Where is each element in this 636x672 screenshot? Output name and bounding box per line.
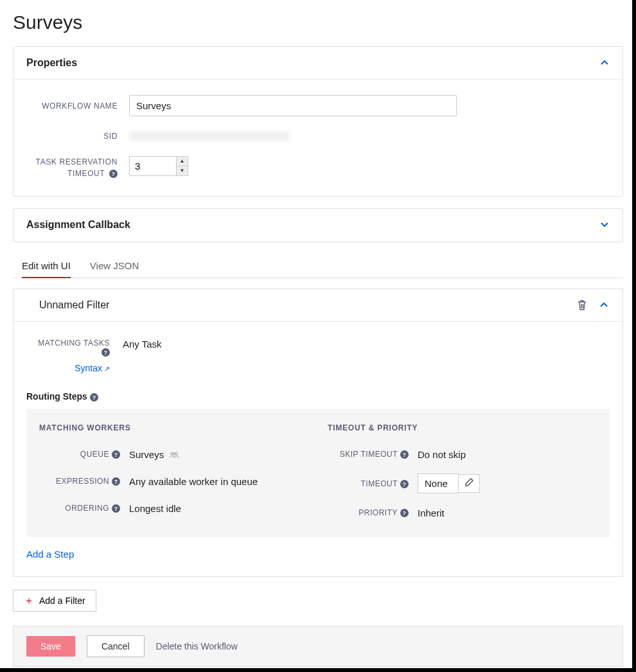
tab-edit-with-ui[interactable]: Edit with UI [22, 260, 71, 278]
priority-value: Inherit [418, 508, 445, 518]
queue-value: Surveys [129, 449, 164, 460]
assignment-callback-header[interactable]: Assignment Callback [13, 209, 623, 242]
trash-icon[interactable] [576, 299, 588, 311]
svg-text:?: ? [403, 481, 407, 487]
help-icon[interactable]: ? [112, 477, 120, 486]
plus-icon: ＋ [24, 596, 34, 606]
timeout-value: None [418, 473, 459, 493]
svg-text:?: ? [403, 510, 407, 517]
chevron-down-icon [599, 220, 610, 230]
page-title: Surveys [13, 12, 623, 33]
workflow-name-label: WORKFLOW NAME [26, 100, 129, 112]
help-icon[interactable]: ? [400, 479, 409, 488]
svg-text:?: ? [114, 506, 118, 512]
footer-bar: Save Cancel Delete this Workflow [13, 626, 623, 667]
syntax-link[interactable]: Syntax↗ [75, 363, 110, 373]
stepper-up-button[interactable]: ▲ [177, 157, 188, 166]
timeout-label: TIMEOUT ? [328, 479, 418, 488]
cancel-button[interactable]: Cancel [87, 635, 145, 657]
routing-step: MATCHING WORKERS QUEUE ? Surveys [26, 409, 610, 537]
external-link-icon: ↗ [104, 365, 110, 373]
svg-point-8 [171, 452, 173, 455]
task-reservation-timeout-stepper[interactable]: ▲ ▼ [129, 156, 188, 176]
add-filter-button[interactable]: ＋ Add a Filter [13, 590, 96, 612]
properties-panel: Properties WORKFLOW NAME SID TASK RESER [13, 46, 623, 197]
ordering-label: ORDERING ? [39, 504, 129, 513]
timeout-priority-heading: TIMEOUT & PRIORITY [328, 423, 597, 432]
help-icon[interactable]: ? [112, 450, 120, 459]
routing-steps-title: Routing Steps ? [26, 391, 610, 402]
stepper-down-button[interactable]: ▼ [177, 166, 188, 175]
tabs: Edit with UI View JSON [13, 260, 623, 278]
chevron-up-icon [599, 58, 610, 68]
chevron-up-icon[interactable] [598, 299, 610, 311]
workflow-name-input[interactable] [129, 95, 457, 116]
properties-body: WORKFLOW NAME SID TASK RESERVATION TIMEO… [13, 80, 623, 196]
task-reservation-timeout-input[interactable] [130, 157, 176, 175]
help-icon[interactable]: ? [109, 169, 118, 178]
window-edge [632, 0, 636, 672]
assignment-callback-title: Assignment Callback [26, 219, 130, 231]
save-button[interactable]: Save [26, 636, 75, 657]
skip-timeout-value: Do not skip [418, 449, 466, 460]
sid-label: SID [26, 130, 129, 142]
delete-workflow-link[interactable]: Delete this Workflow [156, 641, 238, 651]
svg-point-10 [175, 452, 178, 455]
help-icon[interactable]: ? [400, 508, 409, 517]
filter-panel: Unnamed Filter MATCHING TASKS ? Any Task [13, 288, 623, 577]
sid-value-redacted [129, 131, 290, 141]
window-edge [0, 668, 636, 672]
svg-text:?: ? [114, 452, 118, 458]
task-reservation-timeout-label: TASK RESERVATION TIMEOUT ? [26, 156, 129, 179]
priority-label: PRIORITY ? [328, 508, 418, 517]
svg-text:?: ? [111, 171, 115, 177]
workers-icon [169, 449, 179, 460]
matching-tasks-label: MATCHING TASKS ? [26, 339, 123, 357]
help-icon[interactable]: ? [102, 348, 110, 357]
properties-title: Properties [26, 57, 77, 69]
matching-workers-heading: MATCHING WORKERS [39, 423, 308, 432]
svg-point-9 [173, 452, 175, 455]
expression-label: EXPRESSION ? [39, 477, 129, 486]
svg-text:?: ? [93, 394, 96, 401]
svg-text:?: ? [403, 452, 407, 458]
svg-text:?: ? [114, 479, 118, 485]
add-step-link[interactable]: Add a Step [26, 549, 74, 560]
svg-text:?: ? [104, 349, 108, 356]
filter-title: Unnamed Filter [39, 299, 566, 311]
properties-panel-header[interactable]: Properties [13, 47, 623, 80]
expression-value: Any available worker in queue [129, 476, 258, 487]
help-icon[interactable]: ? [90, 391, 98, 402]
ordering-value: Longest idle [129, 503, 181, 514]
edit-timeout-button[interactable] [459, 474, 480, 493]
tab-view-json[interactable]: View JSON [90, 260, 139, 278]
queue-label: QUEUE ? [39, 450, 129, 459]
skip-timeout-label: SKIP TIMEOUT ? [328, 450, 418, 459]
help-icon[interactable]: ? [112, 504, 120, 513]
matching-tasks-value: Any Task [123, 339, 162, 349]
assignment-callback-panel: Assignment Callback [13, 208, 623, 242]
filter-header[interactable]: Unnamed Filter [13, 289, 623, 322]
help-icon[interactable]: ? [400, 450, 409, 459]
